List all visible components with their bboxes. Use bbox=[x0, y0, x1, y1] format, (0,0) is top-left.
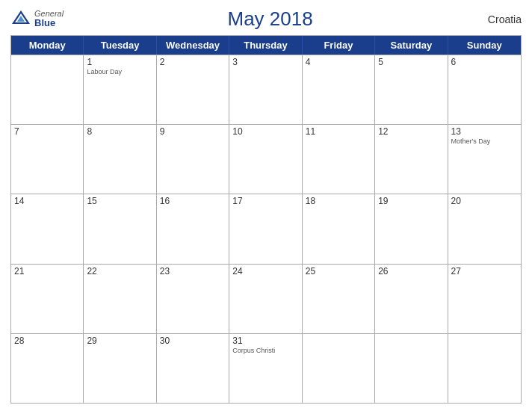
cell-w3-d1: 14 bbox=[11, 194, 84, 263]
col-monday: Monday bbox=[11, 36, 84, 55]
day-number: 13 bbox=[451, 126, 518, 137]
day-number: 3 bbox=[232, 57, 298, 67]
day-number: 23 bbox=[160, 266, 226, 276]
week-row-3: 14151617181920 bbox=[11, 194, 521, 263]
calendar-grid: Monday Tuesday Wednesday Thursday Friday… bbox=[10, 35, 522, 404]
day-number: 4 bbox=[306, 57, 371, 67]
day-number: 7 bbox=[14, 126, 80, 137]
logo-icon bbox=[10, 9, 31, 30]
cell-w5-d1: 28 bbox=[11, 334, 84, 403]
week-row-1: 1Labour Day23456 bbox=[11, 55, 521, 124]
day-number: 24 bbox=[232, 266, 298, 276]
cell-w2-d7: 13Mother's Day bbox=[448, 125, 521, 194]
holiday-name: Labour Day bbox=[87, 68, 152, 75]
cell-w2-d5: 11 bbox=[303, 125, 375, 194]
cell-w5-d2: 29 bbox=[84, 334, 156, 403]
day-number: 25 bbox=[306, 266, 371, 276]
cell-w4-d6: 26 bbox=[375, 265, 448, 333]
col-thursday: Thursday bbox=[229, 36, 302, 55]
cell-w4-d2: 22 bbox=[84, 265, 156, 333]
day-number: 30 bbox=[160, 336, 226, 346]
calendar-header-row: Monday Tuesday Wednesday Thursday Friday… bbox=[11, 36, 521, 55]
day-number: 15 bbox=[87, 196, 152, 206]
cell-w3-d6: 19 bbox=[375, 194, 448, 263]
cell-w3-d2: 15 bbox=[84, 194, 156, 263]
cell-w3-d7: 20 bbox=[448, 194, 521, 263]
cell-w1-d5: 4 bbox=[303, 55, 375, 124]
cell-w1-d2: 1Labour Day bbox=[84, 55, 156, 124]
day-number: 5 bbox=[378, 57, 444, 67]
cell-w3-d3: 16 bbox=[157, 194, 229, 263]
day-number: 31 bbox=[232, 336, 298, 346]
calendar-body: 1Labour Day2345678910111213Mother's Day1… bbox=[11, 55, 521, 403]
cell-w5-d4: 31Corpus Christi bbox=[229, 334, 302, 403]
day-number: 27 bbox=[451, 266, 518, 276]
day-number: 17 bbox=[232, 196, 298, 206]
day-number: 16 bbox=[160, 196, 226, 206]
logo: General Blue bbox=[10, 9, 64, 30]
cell-w3-d5: 18 bbox=[303, 194, 375, 263]
day-number: 10 bbox=[232, 126, 298, 137]
cell-w4-d7: 27 bbox=[448, 265, 521, 333]
week-row-5: 28293031Corpus Christi bbox=[11, 333, 521, 403]
day-number: 20 bbox=[451, 196, 518, 206]
cell-w1-d6: 5 bbox=[375, 55, 448, 124]
cell-w4-d1: 21 bbox=[11, 265, 84, 333]
cell-w2-d6: 12 bbox=[375, 125, 448, 194]
day-number: 21 bbox=[14, 266, 80, 276]
cell-w3-d4: 17 bbox=[229, 194, 302, 263]
cell-w5-d5 bbox=[303, 334, 375, 403]
day-number: 6 bbox=[451, 57, 518, 67]
cell-w2-d2: 8 bbox=[84, 125, 156, 194]
cell-w1-d1 bbox=[11, 55, 84, 124]
col-tuesday: Tuesday bbox=[84, 36, 156, 55]
day-number: 9 bbox=[160, 126, 226, 137]
cell-w4-d4: 24 bbox=[229, 265, 302, 333]
day-number: 26 bbox=[378, 266, 444, 276]
day-number: 12 bbox=[378, 126, 444, 137]
col-saturday: Saturday bbox=[375, 36, 448, 55]
cell-w1-d7: 6 bbox=[448, 55, 521, 124]
cell-w2-d3: 9 bbox=[157, 125, 229, 194]
country-label: Croatia bbox=[477, 13, 522, 25]
holiday-name: Corpus Christi bbox=[232, 347, 298, 354]
col-wednesday: Wednesday bbox=[157, 36, 229, 55]
logo-text: General Blue bbox=[34, 9, 64, 28]
week-row-4: 21222324252627 bbox=[11, 264, 521, 333]
day-number: 2 bbox=[160, 57, 226, 67]
logo-blue-text: Blue bbox=[34, 18, 64, 28]
day-number: 18 bbox=[306, 196, 371, 206]
col-sunday: Sunday bbox=[448, 36, 521, 55]
col-friday: Friday bbox=[303, 36, 375, 55]
cell-w2-d1: 7 bbox=[11, 125, 84, 194]
day-number: 11 bbox=[306, 126, 371, 137]
cell-w5-d7 bbox=[448, 334, 521, 403]
cell-w1-d4: 3 bbox=[229, 55, 302, 124]
day-number: 22 bbox=[87, 266, 152, 276]
cell-w5-d6 bbox=[375, 334, 448, 403]
cell-w4-d5: 25 bbox=[303, 265, 375, 333]
cell-w5-d3: 30 bbox=[157, 334, 229, 403]
calendar-page: General Blue May 2018 Croatia Monday Tue… bbox=[0, 0, 532, 411]
day-number: 8 bbox=[87, 126, 152, 137]
week-row-2: 78910111213Mother's Day bbox=[11, 124, 521, 194]
day-number: 19 bbox=[378, 196, 444, 206]
cell-w1-d3: 2 bbox=[157, 55, 229, 124]
day-number: 29 bbox=[87, 336, 152, 346]
cell-w2-d4: 10 bbox=[229, 125, 302, 194]
holiday-name: Mother's Day bbox=[451, 137, 518, 145]
page-header: General Blue May 2018 Croatia bbox=[10, 7, 522, 31]
calendar-title: May 2018 bbox=[64, 7, 477, 31]
day-number: 14 bbox=[14, 196, 80, 206]
day-number: 28 bbox=[14, 336, 80, 346]
cell-w4-d3: 23 bbox=[157, 265, 229, 333]
day-number: 1 bbox=[87, 57, 152, 67]
